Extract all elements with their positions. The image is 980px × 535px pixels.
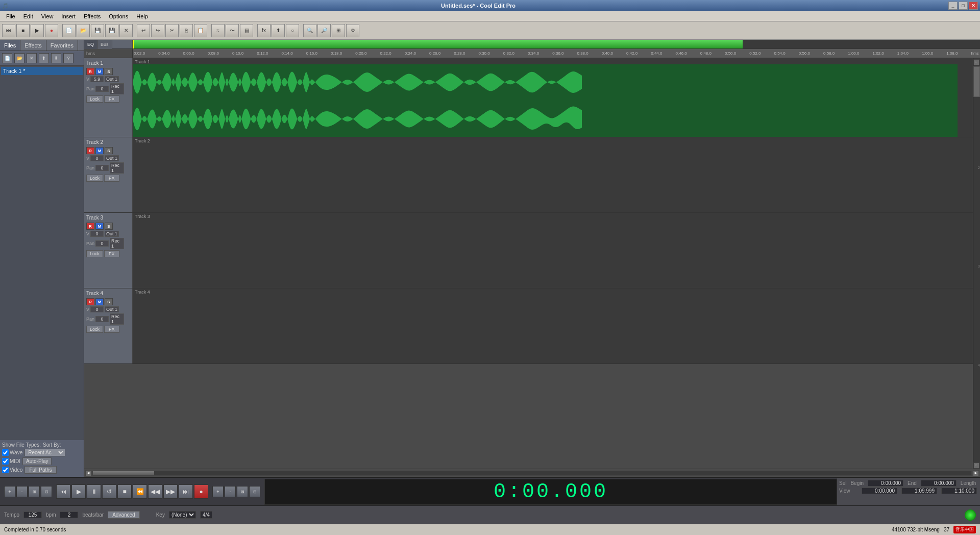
zoom-out-h-btn[interactable]: - — [225, 486, 236, 497]
vol-value-3[interactable]: 0 — [90, 231, 104, 237]
file-icon-up[interactable]: ⬆ — [39, 53, 49, 63]
midi-checkbox[interactable]: MIDI — [2, 458, 20, 465]
tb-save-as[interactable]: 💾 — [105, 24, 118, 37]
menu-edit[interactable]: Edit — [19, 11, 37, 21]
fx-button-3[interactable]: FX — [104, 250, 119, 257]
zoom-sel-h-btn[interactable]: ⊟ — [249, 486, 260, 497]
tb-new[interactable]: 📄 — [62, 24, 76, 37]
tab-files[interactable]: Files — [0, 40, 20, 51]
out-value-3[interactable]: Out 1 — [105, 231, 119, 237]
maximize-button[interactable]: □ — [959, 2, 968, 10]
menu-insert[interactable]: Insert — [57, 11, 80, 21]
pan-value-1[interactable]: 0 — [95, 86, 109, 92]
track-solo-btn-1[interactable]: S — [105, 68, 113, 75]
tb-close[interactable]: ✕ — [119, 24, 133, 37]
out-value-4[interactable]: Out 1 — [105, 306, 119, 312]
fwd-btn[interactable]: ▶▶ — [163, 484, 178, 499]
tb-record[interactable]: ● — [45, 24, 58, 37]
tempo-input[interactable] — [23, 512, 42, 518]
scroll-thumb[interactable] — [973, 66, 980, 97]
zoom-in-v-btn[interactable]: + — [4, 486, 15, 497]
fx-button-1[interactable]: FX — [104, 95, 119, 103]
out-value-1[interactable]: Out 1 — [105, 76, 119, 82]
tb-paste[interactable]: 📋 — [194, 24, 207, 37]
file-icon-down[interactable]: ⬇ — [51, 53, 61, 63]
vol-value-1[interactable]: 5.9 — [90, 76, 104, 82]
track-record-btn-1[interactable]: R — [86, 68, 94, 75]
tb-silence[interactable]: ○ — [286, 24, 299, 37]
h-scroll-right-btn[interactable]: ► — [973, 470, 979, 476]
tb-undo[interactable]: ↩ — [137, 24, 150, 37]
track-mute-btn-3[interactable]: M — [95, 223, 104, 230]
track-record-btn-4[interactable]: R — [86, 298, 94, 305]
tb-settings[interactable]: ⚙ — [346, 24, 359, 37]
track-record-btn-2[interactable]: R — [86, 147, 94, 154]
track-waveform-2[interactable]: Track 2 — [133, 137, 973, 212]
tab-effects[interactable]: Effects — [20, 40, 46, 51]
rec-value-2[interactable]: Rec 1 — [110, 162, 124, 174]
next-btn[interactable]: ⏭ — [179, 484, 193, 499]
track-waveform-4[interactable]: Track 4 — [133, 288, 973, 363]
menu-effects[interactable]: Effects — [80, 11, 105, 21]
vertical-scrollbar[interactable]: ▲ 2 3 4 ▼ — [973, 58, 980, 469]
sort-select[interactable]: Recent Ac Name Date — [24, 449, 65, 456]
lock-button-2[interactable]: Lock — [86, 175, 103, 182]
zoom-in-h-btn[interactable]: + — [212, 486, 224, 497]
record-btn[interactable]: ● — [194, 484, 208, 499]
pan-value-2[interactable]: 0 — [95, 165, 109, 171]
zoom-sel-v-btn[interactable]: ⊡ — [41, 486, 52, 497]
rec-value-4[interactable]: Rec 1 — [110, 313, 124, 325]
zoom-out-v-btn[interactable]: - — [16, 486, 28, 497]
tb-zoom-in[interactable]: 🔍 — [303, 24, 316, 37]
track-mute-btn-1[interactable]: M — [95, 68, 104, 75]
track-solo-btn-2[interactable]: S — [105, 147, 113, 154]
tb-redo[interactable]: ↪ — [151, 24, 164, 37]
track-mute-btn-2[interactable]: M — [95, 147, 104, 154]
track-waveform-1[interactable]: Track 1 — [133, 58, 973, 137]
rewind-btn[interactable]: ◀◀ — [148, 484, 162, 499]
rec-value-3[interactable]: Rec 1 — [110, 238, 124, 249]
full-paths-button[interactable]: Full Paths — [24, 466, 56, 474]
tb-save[interactable]: 💾 — [91, 24, 104, 37]
pause-btn[interactable]: ⏸ — [87, 484, 101, 499]
track-solo-btn-3[interactable]: S — [105, 223, 113, 230]
tb-zoom-full[interactable]: ⊞ — [332, 24, 345, 37]
vol-value-4[interactable]: 0 — [90, 306, 104, 312]
advanced-button[interactable]: Advanced — [108, 511, 139, 519]
track-mute-btn-4[interactable]: M — [95, 298, 104, 305]
file-icon-new[interactable]: 📄 — [2, 53, 12, 63]
beats-per-bar-input[interactable] — [60, 512, 78, 518]
menu-view[interactable]: View — [37, 11, 58, 21]
file-icon-help[interactable]: ? — [63, 53, 74, 63]
goto-start-btn[interactable]: ⏮ — [56, 484, 70, 499]
track-record-btn-3[interactable]: R — [86, 223, 94, 230]
minimize-button[interactable]: _ — [948, 2, 958, 10]
menu-file[interactable]: File — [2, 11, 19, 21]
tb-zoom-out[interactable]: 🔎 — [317, 24, 331, 37]
track-waveform-3[interactable]: Track 3 — [133, 213, 973, 288]
tb-open[interactable]: 📂 — [77, 24, 90, 37]
pan-value-3[interactable]: 0 — [95, 240, 109, 247]
track-solo-btn-4[interactable]: S — [105, 298, 113, 305]
menu-options[interactable]: Options — [105, 11, 132, 21]
file-icon-open[interactable]: 📂 — [14, 53, 24, 63]
lock-button-4[interactable]: Lock — [86, 326, 103, 333]
tb-rewind[interactable]: ⏮ — [2, 24, 15, 37]
tb-stop[interactable]: ■ — [16, 24, 30, 37]
rec-value-1[interactable]: Rec 1 — [110, 83, 124, 94]
scroll-up-btn[interactable]: ▲ — [973, 59, 979, 65]
tb-copy[interactable]: ⎘ — [180, 24, 193, 37]
pan-value-4[interactable]: 0 — [95, 316, 109, 322]
key-select[interactable]: (None) C G — [169, 511, 196, 519]
tb-cut[interactable]: ✂ — [165, 24, 179, 37]
h-scroll-thumb[interactable] — [93, 471, 154, 475]
tb-mix[interactable]: ≈ — [211, 24, 225, 37]
tb-waveform[interactable]: 〜 — [226, 24, 239, 37]
h-scroll-left-btn[interactable]: ◄ — [85, 470, 91, 476]
view-tab-eq[interactable]: EQ — [84, 40, 97, 49]
fx-button-4[interactable]: FX — [104, 326, 119, 333]
prev-btn[interactable]: ⏪ — [133, 484, 147, 499]
view-tab-bus[interactable]: Bus — [97, 40, 112, 49]
zoom-full-h-btn[interactable]: ⊠ — [237, 486, 248, 497]
loop-btn[interactable]: ↺ — [102, 484, 116, 499]
